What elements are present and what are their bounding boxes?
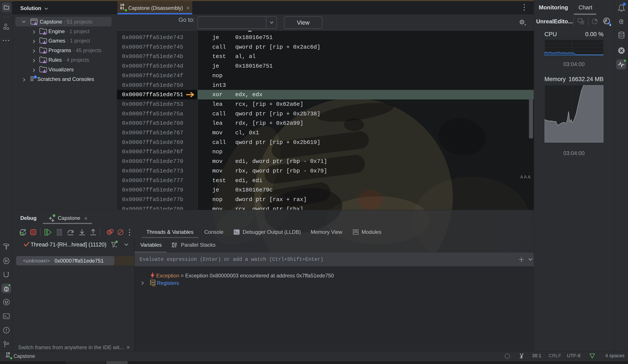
svg-text:01: 01 — [152, 284, 155, 287]
